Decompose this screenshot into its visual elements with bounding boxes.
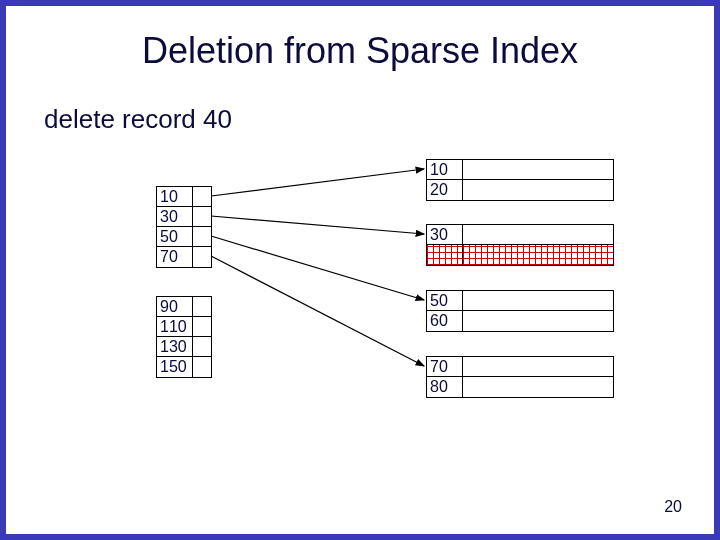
data-key: 80: [427, 377, 463, 397]
index-key: 110: [157, 317, 193, 336]
data-row: 50: [427, 291, 613, 311]
data-rest: [463, 180, 613, 200]
data-row: 10: [427, 160, 613, 180]
data-rest: [463, 311, 613, 331]
slide-subtitle: delete record 40: [44, 104, 232, 135]
index-row: 110: [157, 317, 211, 337]
pointer-arrows: [6, 6, 714, 534]
index-ptr: [193, 187, 211, 206]
data-row: 70: [427, 357, 613, 377]
index-row: 150: [157, 357, 211, 377]
index-key: 150: [157, 357, 193, 377]
data-rest: [463, 245, 613, 265]
data-row-deleted: [427, 245, 613, 265]
index-ptr: [193, 297, 211, 316]
index-key: 130: [157, 337, 193, 356]
index-ptr: [193, 247, 211, 267]
index-ptr: [193, 207, 211, 226]
page-number: 20: [664, 498, 682, 516]
index-key: 30: [157, 207, 193, 226]
index-key: 90: [157, 297, 193, 316]
data-rest: [463, 225, 613, 244]
data-key: 30: [427, 225, 463, 244]
arrow: [211, 236, 424, 300]
data-row: 60: [427, 311, 613, 331]
arrow: [211, 256, 424, 366]
slide-title: Deletion from Sparse Index: [6, 30, 714, 72]
arrow: [211, 169, 424, 196]
index-key: 50: [157, 227, 193, 246]
data-key: 50: [427, 291, 463, 310]
data-rest: [463, 377, 613, 397]
arrow: [211, 216, 424, 234]
index-row: 10: [157, 187, 211, 207]
data-row: 30: [427, 225, 613, 245]
data-block-3: 50 60: [426, 290, 614, 332]
data-key: 60: [427, 311, 463, 331]
data-block-2: 30: [426, 224, 614, 266]
data-key: 10: [427, 160, 463, 179]
index-block-2: 90 110 130 150: [156, 296, 212, 378]
index-row: 90: [157, 297, 211, 317]
data-rest: [463, 291, 613, 310]
index-row: 30: [157, 207, 211, 227]
index-block-1: 10 30 50 70: [156, 186, 212, 268]
index-row: 130: [157, 337, 211, 357]
index-ptr: [193, 337, 211, 356]
index-row: 70: [157, 247, 211, 267]
data-key: 70: [427, 357, 463, 376]
index-ptr: [193, 317, 211, 336]
index-ptr: [193, 227, 211, 246]
data-rest: [463, 357, 613, 376]
data-block-1: 10 20: [426, 159, 614, 201]
data-row: 20: [427, 180, 613, 200]
data-block-4: 70 80: [426, 356, 614, 398]
data-rest: [463, 160, 613, 179]
data-key: 20: [427, 180, 463, 200]
index-key: 10: [157, 187, 193, 206]
index-key: 70: [157, 247, 193, 267]
index-row: 50: [157, 227, 211, 247]
index-ptr: [193, 357, 211, 377]
data-row: 80: [427, 377, 613, 397]
data-key: [427, 245, 463, 265]
